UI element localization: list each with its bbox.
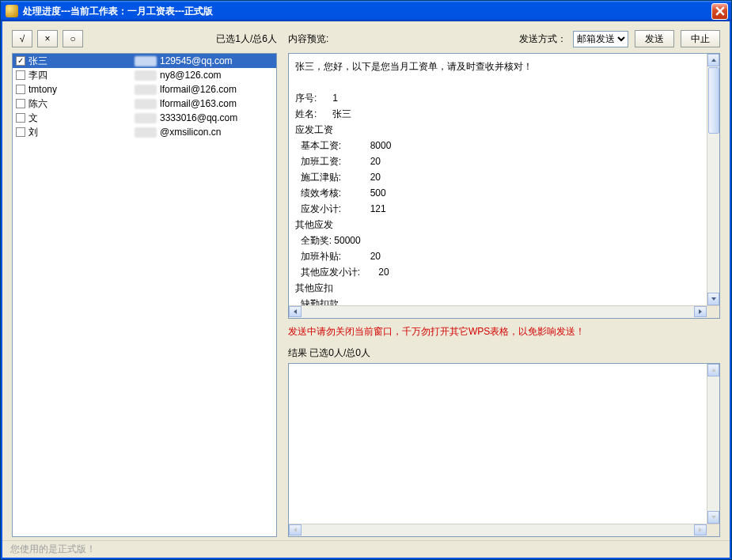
- send-method-label: 发送方式：: [519, 32, 567, 46]
- scroll-right-icon[interactable]: [694, 306, 707, 317]
- row-name: 李四: [28, 69, 131, 82]
- scroll-down-icon[interactable]: [707, 293, 719, 305]
- row-name: 文: [28, 112, 131, 125]
- scroll-left-icon[interactable]: [289, 306, 302, 317]
- list-item[interactable]: 李四ny8@126.com: [13, 68, 276, 82]
- checkbox[interactable]: [16, 85, 25, 94]
- checkbox[interactable]: [16, 113, 25, 123]
- title-bar: 处理进度---当前工作表：一月工资表---正式版: [1, 1, 731, 21]
- result-horizontal-scrollbar[interactable]: [289, 524, 719, 536]
- preview-textarea[interactable]: 张三，您好，以下是您当月工资单，请及时查收并核对！ 序号: 1 姓名: 张三 应…: [288, 53, 720, 319]
- blurred-region: [135, 113, 157, 123]
- toggle-button[interactable]: ○: [63, 30, 83, 47]
- preview-label: 内容预览:: [288, 32, 328, 46]
- row-email: 3333016@qq.com: [160, 112, 237, 123]
- send-method-select[interactable]: 邮箱发送: [573, 31, 628, 47]
- row-email: @xmsilicon.cn: [160, 127, 222, 138]
- deselect-all-button[interactable]: ×: [37, 30, 58, 47]
- blurred-region: [135, 99, 157, 109]
- close-button[interactable]: [711, 3, 728, 20]
- row-email: ny8@126.com: [160, 70, 222, 81]
- scroll-up-icon[interactable]: [707, 54, 719, 66]
- list-item[interactable]: tmtonylformail@126.com: [13, 82, 276, 96]
- row-name: 张三: [28, 55, 131, 68]
- result-textarea[interactable]: [288, 363, 720, 537]
- row-email: 129545@qq.com: [160, 55, 233, 66]
- result-label: 结果 已选0人/总0人: [288, 346, 720, 360]
- list-item[interactable]: 文3333016@qq.com: [13, 111, 276, 125]
- row-name: tmtony: [28, 84, 131, 95]
- selection-count-label: 已选1人/总6人: [216, 32, 277, 46]
- result-vertical-scrollbar[interactable]: [707, 364, 719, 524]
- blurred-region: [135, 56, 157, 66]
- send-button[interactable]: 发送: [635, 30, 674, 47]
- checkbox[interactable]: [16, 127, 25, 137]
- app-icon: [6, 5, 18, 17]
- status-text: 您使用的是正式版！: [10, 543, 96, 556]
- preview-horizontal-scrollbar[interactable]: [289, 305, 719, 318]
- window-title: 处理进度---当前工作表：一月工资表---正式版: [23, 5, 711, 18]
- row-name: 陈六: [28, 97, 131, 111]
- checkbox[interactable]: [16, 70, 25, 80]
- warning-text: 发送中请勿关闭当前窗口，千万勿打开其它WPS表格，以免影响发送！: [288, 325, 720, 339]
- list-item[interactable]: 刘@xmsilicon.cn: [13, 125, 276, 139]
- stop-button[interactable]: 中止: [681, 30, 720, 47]
- blurred-region: [135, 127, 157, 138]
- checkbox[interactable]: ✓: [16, 56, 25, 66]
- list-item[interactable]: 陈六lformail@163.com: [13, 96, 276, 111]
- list-item[interactable]: ✓张三129545@qq.com: [13, 54, 276, 68]
- row-name: 刘: [28, 126, 131, 139]
- blurred-region: [135, 85, 157, 95]
- row-email: lformail@126.com: [160, 84, 237, 95]
- preview-vertical-scrollbar[interactable]: [707, 54, 719, 305]
- row-email: lformail@163.com: [160, 98, 237, 109]
- close-icon: [715, 6, 725, 16]
- checkbox[interactable]: [16, 99, 25, 108]
- select-all-button[interactable]: √: [12, 30, 32, 47]
- status-bar: 您使用的是正式版！: [2, 540, 730, 558]
- recipient-list[interactable]: ✓张三129545@qq.com李四ny8@126.comtmtonylform…: [12, 53, 277, 537]
- blurred-region: [135, 70, 157, 81]
